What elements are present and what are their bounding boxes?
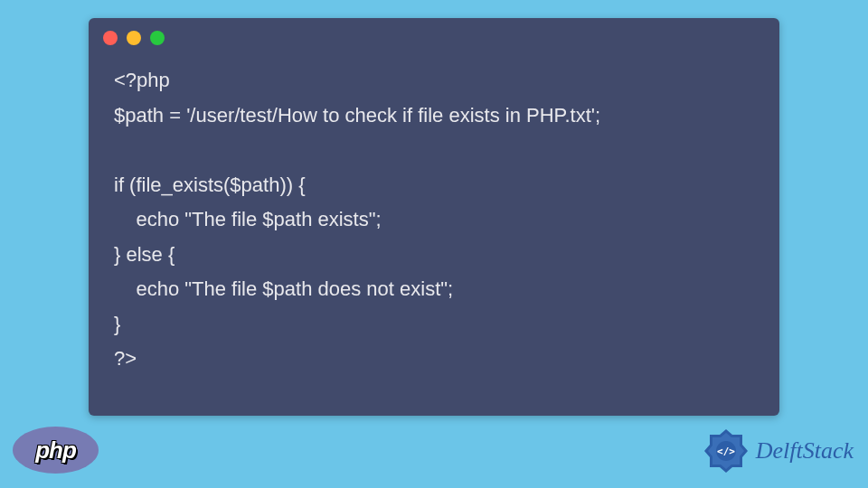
- php-language-badge: php: [13, 427, 99, 474]
- delftstack-brand-text: DelftStack: [756, 437, 854, 465]
- code-line-9: ?>: [114, 347, 137, 370]
- code-window: <?php $path = '/user/test/How to check i…: [89, 18, 779, 416]
- code-line-1: <?php: [114, 69, 170, 91]
- svg-text:</>: </>: [717, 446, 735, 457]
- code-line-8: }: [114, 313, 120, 335]
- code-line-5: echo "The file $path exists";: [114, 208, 382, 230]
- code-line-2: $path = '/user/test/How to check if file…: [114, 104, 600, 127]
- window-controls: [89, 18, 779, 52]
- code-line-6: } else {: [114, 243, 175, 266]
- code-line-7: echo "The file $path does not exist";: [114, 277, 453, 300]
- maximize-dot-icon: [150, 31, 165, 45]
- close-dot-icon: [103, 31, 118, 45]
- delftstack-badge: </> DelftStack: [702, 427, 854, 475]
- delftstack-logo-icon: </>: [702, 427, 750, 475]
- php-logo-text: php: [35, 436, 76, 465]
- code-content: <?php $path = '/user/test/How to check i…: [89, 52, 779, 395]
- php-logo-ellipse-icon: php: [13, 427, 99, 474]
- minimize-dot-icon: [127, 31, 141, 45]
- code-line-4: if (file_exists($path)) {: [114, 174, 306, 196]
